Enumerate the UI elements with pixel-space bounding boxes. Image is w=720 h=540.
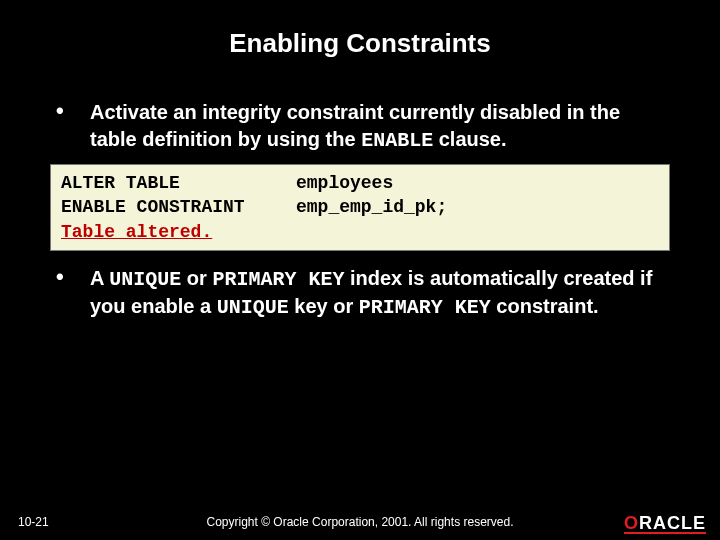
bullet-text: Activate an integrity constraint current… (90, 99, 670, 154)
text-fragment: or (181, 267, 212, 289)
copyright-text: Copyright © Oracle Corporation, 2001. Al… (0, 515, 720, 529)
text-fragment: constraint. (491, 295, 599, 317)
slide-footer: 10-21 Copyright © Oracle Corporation, 20… (0, 504, 720, 540)
code-fragment: ENABLE CONSTRAINT (61, 195, 296, 219)
oracle-logo: ORACLE (624, 513, 706, 534)
code-block: ALTER TABLE employees ENABLE CONSTRAINT … (50, 164, 670, 251)
text-fragment: A (90, 267, 109, 289)
text-fragment: clause. (433, 128, 506, 150)
code-fragment: employees (296, 171, 393, 195)
code-fragment: ALTER TABLE (61, 171, 296, 195)
code-line: ALTER TABLE employees (61, 171, 659, 195)
code-keyword: PRIMARY KEY (212, 268, 344, 291)
code-keyword: ENABLE (361, 129, 433, 152)
logo-letter: O (624, 513, 639, 533)
code-fragment: emp_emp_id_pk; (296, 195, 447, 219)
code-keyword: PRIMARY KEY (359, 296, 491, 319)
text-fragment: key or (289, 295, 359, 317)
slide: Enabling Constraints • Activate an integ… (0, 0, 720, 540)
code-result: Table altered. (61, 220, 659, 244)
bullet-dot-icon: • (50, 99, 90, 154)
page-number: 10-21 (18, 515, 49, 529)
logo-letter: RACLE (639, 513, 706, 533)
bullet-item: • A UNIQUE or PRIMARY KEY index is autom… (50, 265, 670, 321)
code-keyword: UNIQUE (217, 296, 289, 319)
text-fragment: Activate an integrity constraint current… (90, 101, 620, 150)
bullet-text: A UNIQUE or PRIMARY KEY index is automat… (90, 265, 670, 321)
code-keyword: UNIQUE (109, 268, 181, 291)
slide-title: Enabling Constraints (0, 0, 720, 59)
slide-content: • Activate an integrity constraint curre… (0, 59, 720, 321)
bullet-item: • Activate an integrity constraint curre… (50, 99, 670, 154)
bullet-dot-icon: • (50, 265, 90, 321)
code-line: ENABLE CONSTRAINT emp_emp_id_pk; (61, 195, 659, 219)
